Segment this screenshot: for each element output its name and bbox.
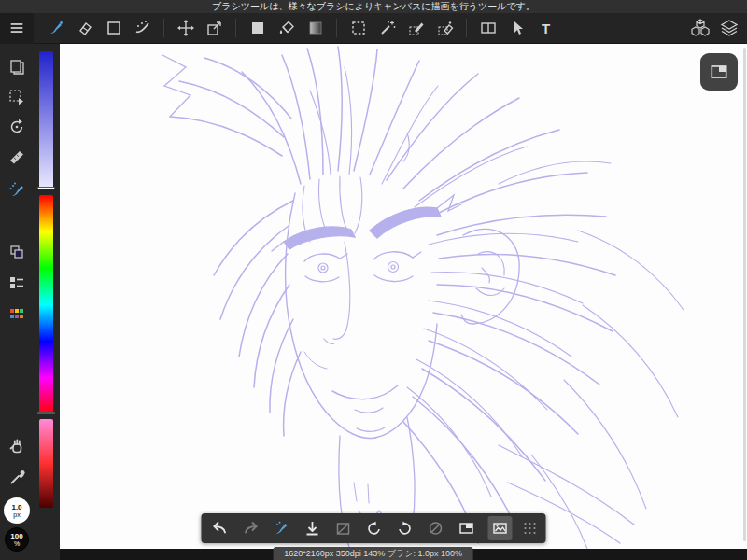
square-outline-icon — [105, 19, 123, 37]
layers-panel-button[interactable] — [714, 13, 743, 44]
cursor-tool-button[interactable] — [502, 13, 531, 44]
redo-icon — [242, 519, 261, 538]
save-button[interactable] — [297, 513, 328, 543]
paint-app-window: ブラシツールは、様々なブラシによりキャンバスに描画を行うツールです。 — [0, 0, 747, 560]
status-text: 1620*2160px 350dpi 143% ブラシ: 1.0px 100% — [284, 549, 462, 558]
toolbar-separator — [235, 19, 236, 37]
eyedropper-tool-button[interactable] — [4, 466, 30, 490]
brush-size-unit: px — [13, 511, 20, 519]
undo-icon — [211, 519, 230, 538]
fill-rect-tool-button[interactable] — [243, 13, 272, 44]
brush-quick-button[interactable] — [266, 513, 297, 543]
brush-size-badge[interactable]: 1.0 px — [4, 497, 30, 524]
select-rect-tool-button[interactable] — [344, 13, 373, 44]
canvas-tool-button[interactable] — [4, 55, 30, 79]
brush-icon — [47, 19, 65, 37]
swap-colors-button[interactable] — [4, 240, 30, 264]
hue-slider[interactable] — [37, 412, 55, 414]
material-quick-button[interactable] — [487, 516, 512, 540]
transform-tool-button[interactable] — [200, 13, 229, 44]
reset-rotation-button[interactable] — [420, 513, 451, 543]
floating-window-button[interactable] — [700, 53, 738, 91]
slashed-square-icon — [334, 519, 353, 538]
color-set-button[interactable] — [4, 301, 30, 326]
toolbar-drag-handle[interactable] — [517, 513, 542, 543]
bucket-tool-button[interactable] — [272, 13, 301, 44]
pattern-brush-tool-button[interactable] — [128, 13, 157, 44]
floating-window-icon — [709, 62, 729, 82]
toolbar-right-group — [685, 13, 747, 44]
panel-divide-icon — [479, 19, 498, 37]
shade-gradient-bar[interactable] — [39, 419, 53, 508]
rotate-cw-button[interactable] — [389, 513, 420, 543]
material-cubes-icon — [690, 18, 711, 38]
hamburger-icon — [8, 20, 25, 36]
gradient-square-icon — [306, 19, 325, 37]
select-pen-tool-button[interactable] — [402, 13, 430, 44]
material-panel-button[interactable] — [685, 13, 714, 44]
select-tool-button[interactable] — [4, 85, 30, 109]
pages-icon — [7, 58, 26, 77]
shape-brush-tool-button[interactable] — [99, 13, 128, 44]
image-icon — [490, 519, 509, 538]
palette-list-button[interactable] — [4, 271, 30, 295]
move-icon — [176, 19, 195, 37]
rotate-view-button[interactable] — [4, 115, 30, 139]
toolbar-separator — [466, 19, 467, 37]
color-column — [34, 44, 60, 560]
zoom-unit: % — [14, 540, 20, 548]
undo-button[interactable] — [204, 513, 235, 543]
select-pen-icon — [407, 19, 426, 37]
move-tool-button[interactable] — [171, 13, 200, 44]
palette-list-icon — [7, 273, 26, 292]
layers-icon — [719, 18, 740, 38]
toolbar-separator — [336, 19, 337, 37]
magic-wand-icon — [378, 19, 397, 37]
window-mode-button[interactable] — [451, 513, 482, 543]
download-icon — [303, 519, 322, 538]
airbrush-tool-button[interactable] — [4, 177, 30, 202]
rotate-ccw-button[interactable] — [359, 513, 389, 543]
slashed-circle-icon — [427, 519, 445, 538]
main-area: 1.0 px 100 % — [0, 44, 747, 560]
canvas[interactable]: 1620*2160px 350dpi 143% ブラシ: 1.0px 100% — [60, 44, 747, 560]
filled-square-icon — [248, 19, 267, 37]
dotted-stroke-icon — [134, 19, 152, 37]
panel-divide-tool-button[interactable] — [473, 13, 502, 44]
gradient-tool-button[interactable] — [301, 13, 330, 44]
zoom-value: 100 — [10, 532, 22, 540]
zoom-badge[interactable]: 100 % — [5, 527, 29, 552]
ruler-tool-button[interactable] — [4, 145, 30, 169]
hue-gradient-bar[interactable] — [39, 195, 53, 414]
menu-button[interactable] — [0, 13, 34, 44]
left-tool-column: 1.0 px 100 % — [0, 44, 34, 560]
clipping-off-button[interactable] — [328, 513, 359, 543]
value-gradient-bar[interactable] — [39, 51, 53, 189]
color-grid-icon — [7, 304, 26, 323]
value-slider[interactable] — [37, 187, 55, 189]
rotate-cw-icon — [396, 519, 415, 538]
text-tool-button[interactable]: T — [531, 13, 560, 44]
hand-tool-button[interactable] — [4, 434, 30, 458]
hand-icon — [7, 437, 26, 455]
text-tool-label: T — [542, 21, 550, 36]
redo-button[interactable] — [235, 513, 266, 543]
top-toolbar: T — [0, 13, 747, 44]
notification-bar: ブラシツールは、様々なブラシによりキャンバスに描画を行うツールです。 — [0, 0, 747, 13]
magic-wand-tool-button[interactable] — [373, 13, 402, 44]
ruler-icon — [7, 147, 26, 166]
eyedropper-icon — [7, 469, 26, 487]
notification-text: ブラシツールは、様々なブラシによりキャンバスに描画を行うツールです。 — [212, 1, 535, 11]
sketch-drawing — [60, 44, 747, 549]
cursor-icon — [508, 19, 527, 37]
rotate-ccw-icon — [365, 519, 384, 538]
airbrush-icon — [7, 180, 26, 199]
vertical-scrollbar[interactable] — [743, 48, 746, 541]
select-eraser-tool-button[interactable] — [430, 13, 459, 44]
eraser-tool-button[interactable] — [70, 13, 99, 44]
window-icon — [458, 519, 476, 538]
brush-tool-button[interactable] — [41, 13, 70, 44]
status-bar: 1620*2160px 350dpi 143% ブラシ: 1.0px 100% — [273, 547, 473, 560]
brush-icon — [273, 519, 291, 538]
bottom-toolbar — [201, 513, 545, 543]
